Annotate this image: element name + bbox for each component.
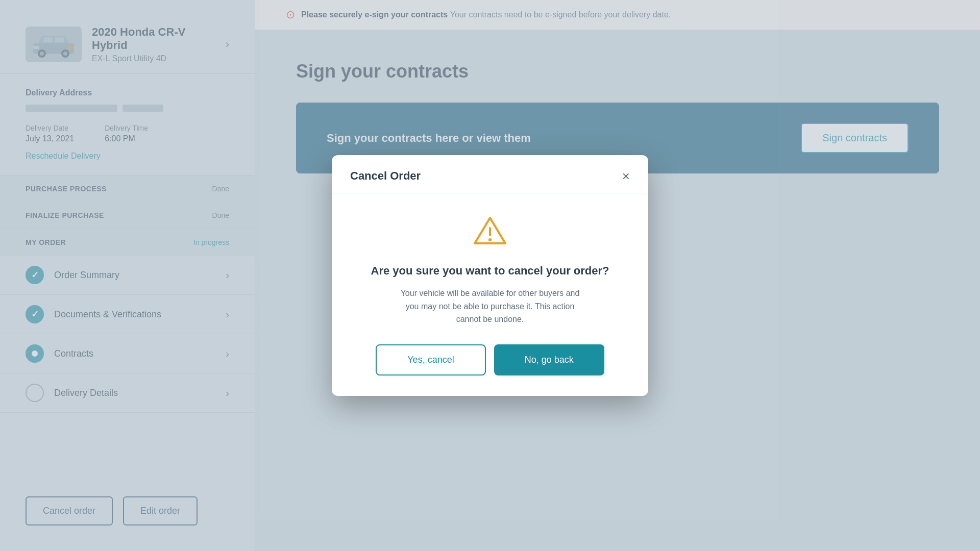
yes-cancel-button[interactable]: Yes, cancel bbox=[376, 344, 485, 375]
modal-body: Are you sure you want to cancel your ord… bbox=[332, 193, 648, 395]
warning-icon-container bbox=[357, 214, 623, 252]
modal-description: Your vehicle will be available for other… bbox=[357, 287, 623, 326]
modal-close-button[interactable]: × bbox=[622, 169, 630, 183]
modal-header: Cancel Order × bbox=[332, 155, 648, 193]
svg-rect-9 bbox=[489, 227, 491, 236]
modal-overlay: Cancel Order × Are you sure you want to … bbox=[0, 0, 980, 551]
no-go-back-button[interactable]: No, go back bbox=[494, 344, 604, 375]
modal-buttons: Yes, cancel No, go back bbox=[357, 344, 623, 375]
cancel-order-modal: Cancel Order × Are you sure you want to … bbox=[332, 155, 648, 395]
warning-triangle-icon bbox=[472, 214, 508, 249]
svg-point-10 bbox=[488, 238, 492, 241]
modal-title: Cancel Order bbox=[350, 169, 421, 183]
modal-question: Are you sure you want to cancel your ord… bbox=[357, 264, 623, 279]
